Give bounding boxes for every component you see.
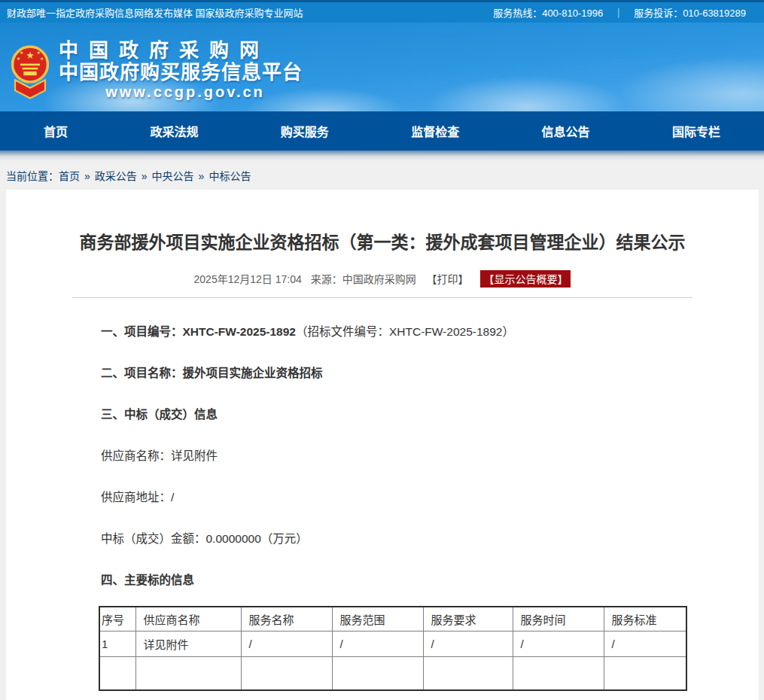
topbar-slogan: 财政部唯一指定政府采购信息网络发布媒体 国家级政府采购专业网站 [7,5,303,20]
article-source: 来源：中国政府采购网 [311,273,416,285]
col-header-service-name: 服务名称 [241,607,332,632]
breadcrumb-separator: » [199,170,205,182]
col-header-service-requirement: 服务要求 [423,607,513,632]
breadcrumb-zhengcai-gonggao[interactable]: 政采公告 [95,170,137,182]
cell-service-standard: / [604,632,686,657]
project-number-paragraph: 一、项目编号：XHTC-FW-2025-1892（招标文件编号：XHTC-FW-… [101,324,668,340]
cell-service-time: / [513,632,604,657]
meta-divider [72,297,692,298]
breadcrumb-central-gonggao[interactable]: 中央公告 [152,170,194,182]
site-subtitle: 中国政府购买服务信息平台 [59,62,312,83]
table-row-empty [99,657,686,690]
col-header-seq: 序号 [99,607,135,632]
service-complaint: 服务投诉：010-63819289 [634,5,746,20]
nav-shadow [0,151,764,161]
nav-item-announcements[interactable]: 信息公告 [542,122,590,140]
show-summary-button[interactable]: 【显示公告概要】 [480,270,571,288]
publish-datetime: 2025年12月12日 17:04 [194,273,302,285]
supplier-address-paragraph: 供应商地址：/ [101,489,668,506]
col-header-service-scope: 服务范围 [332,607,423,632]
site-url: www.ccgp.gov.cn [59,84,312,100]
breadcrumb-label: 当前位置： [6,170,59,182]
breadcrumb-home[interactable]: 首页 [59,170,80,182]
svg-text:★: ★ [40,56,44,61]
col-header-supplier: 供应商名称 [135,607,241,632]
award-amount-paragraph: 中标（成交）金额：0.0000000（万元） [101,531,668,547]
breadcrumb: 当前位置：首页»政采公告»中央公告»中标公告 [0,161,764,190]
supplier-name-paragraph: 供应商名称：详见附件 [101,448,668,464]
main-subject-heading: 四、主要标的信息 [101,572,668,589]
main-nav: 首页 政采法规 购买服务 监督检查 信息公告 国际专栏 [0,111,764,151]
article-meta: 2025年12月12日 17:04 来源：中国政府采购网 【打印】 【显示公告概… [6,270,759,288]
article-body: 一、项目编号：XHTC-FW-2025-1892（招标文件编号：XHTC-FW-… [6,324,759,589]
cell-service-scope [332,657,423,690]
site-header: ★ ★ ★ ★ ★ 中国政府采购网 中国政府购买服务信息平台 www.ccgp.… [0,23,764,111]
national-emblem-icon: ★ ★ ★ ★ ★ [11,40,50,103]
nav-item-supervision[interactable]: 监督检查 [411,122,459,140]
cell-service-requirement: / [423,632,513,657]
table-row: 1 详见附件 / / / / / [99,632,686,657]
table-header-row: 序号 供应商名称 服务名称 服务范围 服务要求 服务时间 服务标准 [99,607,686,632]
cell-seq: 1 [99,632,135,657]
topbar-divider: ｜ [613,5,623,20]
svg-text:★: ★ [26,50,35,61]
col-header-service-time: 服务时间 [513,607,604,632]
article-panel: 商务部援外项目实施企业资格招标（第一类：援外成套项目管理企业）结果公示 2025… [6,190,759,700]
topbar: 财政部唯一指定政府采购信息网络发布媒体 国家级政府采购专业网站 服务热线：400… [0,0,764,23]
cell-service-requirement [423,657,513,690]
svg-text:★: ★ [17,56,21,61]
print-button[interactable]: 【打印】 [427,273,469,285]
project-name-paragraph: 二、项目名称：援外项目实施企业资格招标 [101,365,668,382]
service-hotline: 服务热线：400-810-1996 [493,5,603,20]
col-header-service-standard: 服务标准 [604,607,686,632]
nav-item-regulations[interactable]: 政采法规 [150,122,198,140]
award-info-heading: 三、中标（成交）信息 [101,406,668,423]
cell-seq [99,657,135,690]
award-result-table: 序号 供应商名称 服务名称 服务范围 服务要求 服务时间 服务标准 1 详见附件… [99,606,687,691]
breadcrumb-zhongbiao-gonggao[interactable]: 中标公告 [209,170,251,182]
breadcrumb-separator: » [142,170,148,182]
nav-item-international[interactable]: 国际专栏 [672,122,720,140]
site-logo[interactable]: ★ ★ ★ ★ ★ 中国政府采购网 中国政府购买服务信息平台 www.ccgp.… [11,40,312,103]
cell-supplier [135,657,241,690]
cell-supplier: 详见附件 [135,632,241,657]
cell-service-scope: / [332,632,423,657]
breadcrumb-separator: » [84,170,90,182]
svg-text:★: ★ [20,50,24,55]
cell-service-name [241,657,332,690]
cell-service-standard [604,657,686,690]
cell-service-time [513,657,604,690]
nav-item-purchase-services[interactable]: 购买服务 [281,122,329,140]
cell-service-name: / [241,632,332,657]
nav-item-home[interactable]: 首页 [44,122,68,140]
article-title: 商务部援外项目实施企业资格招标（第一类：援外成套项目管理企业）结果公示 [6,231,759,254]
svg-text:★: ★ [37,50,41,55]
site-name: 中国政府采购网 [59,40,312,62]
